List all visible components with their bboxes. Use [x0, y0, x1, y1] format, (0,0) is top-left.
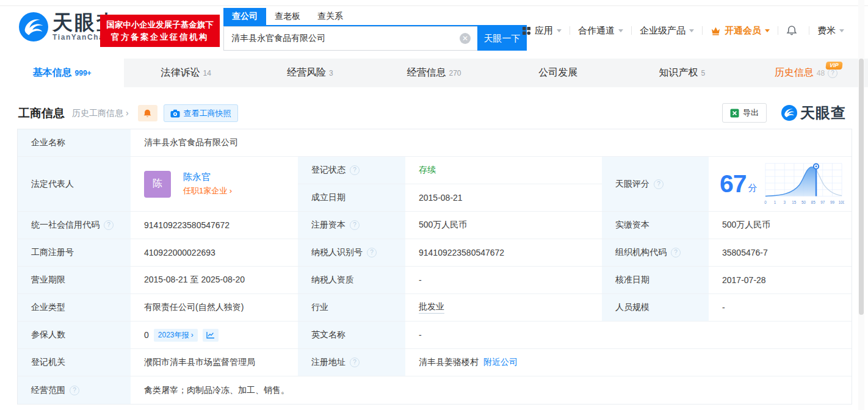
avatar[interactable]: 陈 [144, 171, 171, 198]
field-label: 组织机构代码 [602, 239, 709, 267]
field-label: 纳税人识别号 [298, 239, 405, 267]
menu-apps[interactable]: 应用 [514, 25, 570, 37]
field-label: 行业 [298, 294, 405, 322]
taxpayer-id-value: 914109223580547672 [405, 239, 602, 267]
establish-date-value: 2015-08-21 [405, 184, 602, 212]
help-icon[interactable] [70, 386, 79, 395]
help-icon[interactable] [671, 248, 681, 257]
insured-count-value: 0 [144, 330, 149, 340]
field-label: 经营范围 [18, 376, 131, 404]
reg-authority-value: 濮阳市清丰县市场监督管理局 [131, 349, 298, 376]
legal-rep-cell: 陈 陈永官 任职1家企业 › [131, 157, 298, 212]
help-icon[interactable] [350, 358, 360, 367]
tab-operation-risk[interactable]: 经营风险3 [248, 59, 372, 87]
field-label: 实缴资本 [602, 212, 709, 239]
scrollbar-thumb[interactable] [859, 59, 864, 315]
menu-user[interactable]: 费米 [809, 25, 852, 37]
svg-text:50: 50 [801, 200, 806, 204]
history-business-info-link[interactable]: 历史工商信息 › [72, 108, 129, 119]
export-button[interactable]: 导出 [722, 103, 767, 123]
tab-company-development[interactable]: 公司发展 [496, 59, 620, 87]
annual-report-link[interactable]: 2023年报 [154, 329, 198, 342]
help-icon[interactable] [350, 165, 360, 175]
reg-address-cell: 清丰县姜骆楼村 附近公司 [405, 349, 852, 376]
score-distribution-chart[interactable]: 01 315 5085 9799 100 [764, 162, 844, 207]
field-label: 英文名称 [298, 322, 405, 349]
tab-basic-info[interactable]: 基本信息999+ [0, 59, 124, 87]
search-tab-relation[interactable]: 查关系 [309, 8, 352, 25]
field-label: 核准日期 [602, 267, 709, 294]
search-tab-company[interactable]: 查公司 [223, 8, 266, 25]
tenure-companies-link[interactable]: 任职1家企业 › [183, 185, 232, 196]
tab-intellectual-property[interactable]: 知识产权5 [620, 59, 744, 87]
excel-icon [730, 109, 739, 118]
field-label: 登记机关 [18, 349, 131, 376]
search-area: 查公司 查老板 查关系 ✕ 天眼一下 [223, 8, 527, 51]
view-business-snapshot-button[interactable]: 查看工商快照 [164, 104, 238, 122]
tianyancha-swirl-icon [19, 12, 48, 41]
field-label: 成立日期 [298, 184, 405, 212]
company-type-value: 有限责任公司(自然人独资) [131, 294, 298, 322]
search-input[interactable] [223, 26, 477, 51]
field-label: 统一社会信用代码 [18, 212, 131, 239]
chevron-down-icon [689, 29, 694, 35]
help-icon[interactable] [367, 248, 377, 257]
business-term-value: 2015-08-21 至 2025-08-20 [131, 267, 298, 294]
clear-search-icon[interactable]: ✕ [460, 33, 471, 44]
field-label: 工商注册号 [18, 239, 131, 267]
field-label: 参保人数 [18, 322, 131, 349]
legal-rep-name-link[interactable]: 陈永官 [183, 171, 232, 183]
reg-number-value: 410922000022693 [131, 239, 298, 267]
top-menu: 应用 合作通道 企业级产品 开通会员 费米 [514, 23, 852, 38]
apps-grid-icon [522, 26, 531, 35]
top-divider [0, 5, 868, 6]
tyc-score-cell: 67 分 [709, 157, 852, 212]
chevron-down-icon [765, 29, 770, 35]
menu-open-vip[interactable]: 开通会员 [703, 25, 778, 37]
menu-enterprise-products[interactable]: 企业级产品 [632, 25, 702, 37]
field-label: 登记状态 [298, 157, 405, 184]
approval-date-value: 2017-07-28 [709, 267, 852, 294]
svg-text:85: 85 [811, 200, 816, 204]
search-tab-boss[interactable]: 查老板 [266, 8, 309, 25]
crown-icon [711, 26, 721, 35]
company-name-value: 清丰县永官食品有限公司 [131, 129, 852, 157]
badge-line2: 官方备案企业征信机构 [100, 31, 220, 43]
score-value: 67 [720, 170, 747, 198]
field-label: 营业期限 [18, 267, 131, 294]
tab-business-info[interactable]: 经营信息270 [372, 59, 496, 87]
vip-badge: VIP [825, 62, 842, 70]
svg-text:15: 15 [792, 200, 797, 204]
trend-chart-icon [206, 331, 215, 339]
section-title: 工商信息 [18, 106, 65, 121]
chevron-down-icon [839, 29, 844, 35]
monitor-bell-button[interactable] [138, 105, 157, 121]
tianyancha-watermark: 天眼查 [781, 103, 846, 123]
reg-capital-value: 500万人民币 [405, 212, 602, 239]
staff-size-value: - [709, 294, 852, 322]
chevron-down-icon [557, 29, 562, 35]
help-icon[interactable] [104, 220, 114, 230]
tab-history-info[interactable]: VIP 历史信息48 [744, 59, 868, 87]
nearby-companies-link[interactable]: 附近公司 [483, 357, 518, 368]
field-label: 法定代表人 [18, 157, 131, 212]
bell-icon [786, 25, 797, 36]
credit-code-value: 914109223580547672 [131, 212, 298, 239]
tab-legal-litigation[interactable]: 法律诉讼14 [124, 59, 248, 87]
svg-text:100: 100 [838, 200, 844, 204]
camera-icon [170, 109, 180, 118]
industry-term[interactable]: 批发业 [419, 301, 444, 314]
tianyancha-company-page: 天眼查 TianYanCha.com 国家中小企业发展子基金旗下 官方备案企业征… [0, 0, 868, 410]
trend-chart-button[interactable] [203, 329, 219, 342]
field-label: 企业类型 [18, 294, 131, 322]
help-icon[interactable] [350, 220, 360, 230]
reg-address-value: 清丰县姜骆楼村 [419, 357, 479, 368]
business-info-table: 企业名称 清丰县永官食品有限公司 法定代表人 陈 陈永官 任职1家企业 › 登记… [17, 129, 852, 405]
paid-capital-value: 500万人民币 [709, 212, 852, 239]
menu-partner[interactable]: 合作通道 [570, 25, 631, 37]
field-label: 纳税人资质 [298, 267, 405, 294]
bell-icon [143, 109, 152, 118]
gov-certification-badge: 国家中小企业发展子基金旗下 官方备案企业征信机构 [100, 15, 220, 47]
notifications-bell[interactable] [778, 25, 809, 36]
help-icon[interactable] [654, 179, 664, 189]
